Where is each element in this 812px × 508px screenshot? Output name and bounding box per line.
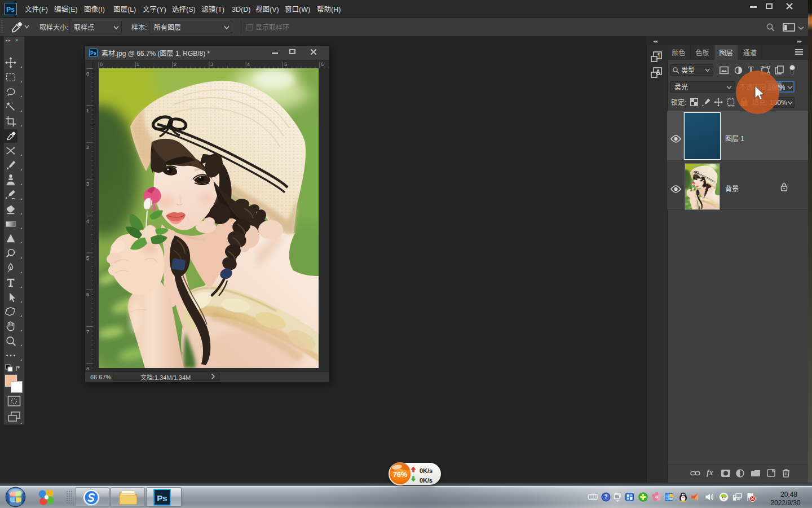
svg-text:76%: 76%	[393, 471, 407, 479]
svg-text:?: ?	[604, 494, 608, 500]
svg-text:A: A	[656, 68, 660, 75]
svg-text:¶: ¶	[657, 52, 660, 59]
